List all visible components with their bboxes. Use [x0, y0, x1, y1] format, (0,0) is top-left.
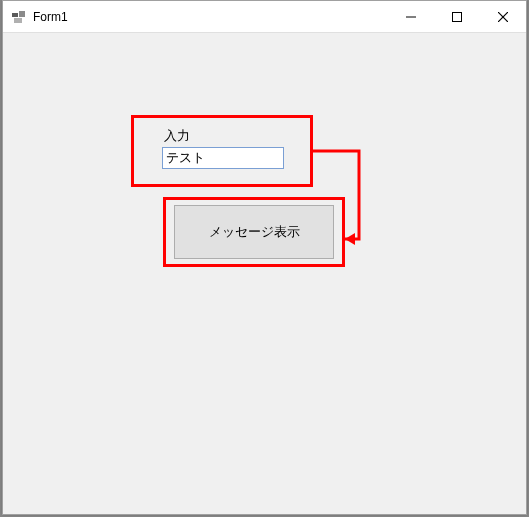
close-icon: [498, 12, 508, 22]
application-window: Form1 入力 メッセージ表示: [2, 0, 527, 515]
svg-rect-1: [19, 11, 25, 17]
titlebar-controls: [388, 1, 526, 32]
svg-rect-4: [453, 12, 462, 21]
minimize-icon: [406, 12, 416, 22]
window-title: Form1: [33, 10, 68, 24]
titlebar-left: Form1: [3, 9, 68, 25]
app-icon: [11, 9, 27, 25]
input-label: 入力: [164, 127, 190, 145]
svg-rect-0: [12, 13, 18, 17]
text-input[interactable]: [162, 147, 284, 169]
maximize-icon: [452, 12, 462, 22]
minimize-button[interactable]: [388, 1, 434, 32]
close-button[interactable]: [480, 1, 526, 32]
svg-rect-2: [14, 18, 22, 23]
maximize-button[interactable]: [434, 1, 480, 32]
client-area: 入力 メッセージ表示: [3, 33, 526, 514]
titlebar: Form1: [3, 1, 526, 33]
show-message-button[interactable]: メッセージ表示: [174, 205, 334, 259]
